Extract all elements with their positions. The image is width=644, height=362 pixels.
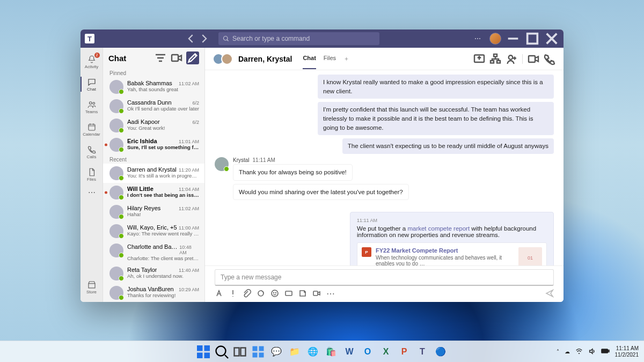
tray-chevron-up-icon[interactable]: ˄ bbox=[557, 349, 559, 354]
taskbar-app-viva[interactable]: 🔵 bbox=[433, 344, 449, 360]
chat-item[interactable]: Babak Shammas11:02 AMYah, that sounds gr… bbox=[103, 77, 204, 97]
taskbar-app-store[interactable]: 🛍️ bbox=[323, 344, 339, 360]
file-thumbnail: 01 bbox=[518, 247, 542, 265]
pinned-label: Pinned bbox=[103, 68, 204, 77]
more-compose-button[interactable]: ⋯ bbox=[326, 289, 335, 298]
priority-button[interactable] bbox=[229, 289, 237, 298]
svg-rect-6 bbox=[172, 55, 178, 61]
rail-activity[interactable]: 2 Activity bbox=[80, 51, 103, 72]
send-button[interactable] bbox=[545, 289, 554, 298]
tray-onedrive-icon[interactable]: ☁ bbox=[565, 349, 570, 354]
rail-calendar[interactable]: Calendar bbox=[80, 119, 103, 140]
rail-teams[interactable]: Teams bbox=[80, 96, 103, 117]
svg-point-14 bbox=[272, 290, 278, 297]
message-card: 11:11 AM We put together a market compet… bbox=[350, 212, 554, 265]
chat-item[interactable]: Darren and Krystal11:20 AMYou: It's stil… bbox=[103, 164, 204, 183]
rail-chat[interactable]: Chat bbox=[80, 73, 103, 95]
taskbar-app-explorer[interactable]: 📁 bbox=[287, 344, 303, 360]
chat-list-title: Chat bbox=[108, 54, 151, 63]
tray-wifi-icon[interactable] bbox=[575, 348, 583, 356]
teams-icon bbox=[87, 100, 97, 109]
taskbar-clock[interactable]: 11:11 AM 11/2/2021 bbox=[615, 345, 639, 358]
svg-rect-31 bbox=[608, 350, 609, 352]
taskbar-app-powerpoint[interactable]: P bbox=[396, 344, 412, 360]
taskbar-app-teams[interactable]: T bbox=[414, 344, 430, 360]
chat-item[interactable]: Cassandra Dunn6/2Ok I'll send an update … bbox=[103, 97, 204, 116]
chat-item[interactable]: Eric Ishida11:01 AMSure, I'll set up som… bbox=[103, 135, 204, 154]
tray-volume-icon[interactable] bbox=[588, 348, 596, 356]
tray-battery-icon[interactable] bbox=[601, 348, 610, 355]
svg-point-3 bbox=[92, 102, 94, 104]
message-list[interactable]: I know Krystal really wanted to make a g… bbox=[205, 70, 564, 265]
taskbar-search[interactable] bbox=[214, 344, 230, 360]
conversation-panel: Darren, Krystal Chat Files ＋ I know bbox=[205, 48, 564, 302]
chat-item[interactable]: Will, Kayo, Eric, +511:00 AMKayo: The re… bbox=[103, 221, 204, 241]
chat-item[interactable]: Will Little11:04 AMI don't see that bein… bbox=[103, 183, 204, 202]
chat-item[interactable]: Joshua VanBuren10:29 AMThanks for review… bbox=[103, 283, 204, 302]
rail-calls[interactable]: Calls bbox=[80, 141, 103, 162]
activity-badge: 2 bbox=[94, 53, 100, 58]
new-chat-button[interactable] bbox=[186, 51, 199, 64]
org-button[interactable] bbox=[489, 53, 502, 65]
filter-button[interactable] bbox=[154, 51, 167, 64]
svg-rect-12 bbox=[529, 56, 535, 62]
emoji-button[interactable] bbox=[270, 289, 279, 298]
window-maximize-button[interactable] bbox=[525, 31, 540, 46]
chat-item[interactable]: Hilary Reyes11:02 AMHaha! bbox=[103, 202, 204, 221]
schedule-button[interactable] bbox=[312, 289, 321, 298]
audio-call-button[interactable] bbox=[543, 53, 556, 65]
taskbar-app-word[interactable]: W bbox=[341, 344, 357, 360]
svg-point-23 bbox=[216, 346, 226, 356]
search-input[interactable]: Search or type a command bbox=[218, 32, 379, 45]
svg-rect-21 bbox=[197, 352, 203, 358]
add-people-button[interactable] bbox=[505, 53, 518, 65]
loop-button[interactable] bbox=[257, 289, 265, 298]
titlebar: T Search or type a command ⋯ bbox=[80, 29, 564, 48]
rail-more[interactable]: ⋯ bbox=[88, 188, 96, 197]
svg-rect-28 bbox=[253, 352, 258, 357]
svg-rect-22 bbox=[204, 352, 210, 358]
svg-rect-8 bbox=[494, 54, 497, 57]
taskbar-app-excel[interactable]: X bbox=[378, 344, 394, 360]
message-bubble: I'm pretty confident that this launch wi… bbox=[318, 102, 554, 135]
rail-files[interactable]: Files bbox=[80, 164, 103, 185]
chat-list-panel: Chat Pinned Babak Shammas11:02 AMYah, th… bbox=[103, 48, 205, 302]
start-button[interactable] bbox=[195, 344, 211, 360]
meet-now-button[interactable] bbox=[170, 51, 183, 64]
more-button[interactable]: ⋯ bbox=[470, 31, 485, 46]
chat-item[interactable]: Reta Taylor11:40 AMAh, ok I understand n… bbox=[103, 264, 204, 283]
tab-files[interactable]: Files bbox=[324, 48, 336, 69]
taskbar-app-chat[interactable]: 💬 bbox=[268, 344, 284, 360]
svg-rect-17 bbox=[286, 291, 292, 295]
taskbar-app-outlook[interactable]: O bbox=[360, 344, 376, 360]
taskbar-app-edge[interactable]: 🌐 bbox=[305, 344, 321, 360]
video-call-button[interactable] bbox=[527, 53, 540, 65]
sticker-button[interactable] bbox=[298, 289, 307, 298]
rail-store[interactable]: Store bbox=[80, 276, 103, 298]
share-screen-button[interactable] bbox=[473, 53, 486, 65]
chat-item[interactable]: Aadi Kapoor6/2You: Great work! bbox=[103, 116, 204, 135]
chat-item[interactable]: Charlotte and Babak10:48 AMCharlotte: Th… bbox=[103, 241, 204, 264]
compose-input[interactable]: Type a new message bbox=[215, 269, 554, 286]
svg-rect-9 bbox=[491, 61, 494, 63]
window-minimize-button[interactable] bbox=[506, 31, 521, 46]
nav-forward-button[interactable] bbox=[198, 33, 210, 45]
user-avatar[interactable] bbox=[489, 33, 501, 45]
svg-rect-29 bbox=[259, 352, 264, 357]
svg-rect-24 bbox=[235, 348, 239, 356]
attach-button[interactable] bbox=[243, 289, 251, 298]
nav-back-button[interactable] bbox=[185, 33, 197, 45]
widgets-button[interactable] bbox=[250, 344, 266, 360]
svg-rect-1 bbox=[528, 34, 538, 44]
file-attachment[interactable]: P FY22 Market Compete Report When techno… bbox=[357, 242, 547, 265]
format-button[interactable] bbox=[215, 289, 223, 298]
svg-rect-4 bbox=[89, 124, 95, 130]
link[interactable]: market compete report bbox=[407, 225, 470, 232]
task-view[interactable] bbox=[232, 344, 248, 360]
chat-icon bbox=[87, 77, 97, 87]
tab-chat[interactable]: Chat bbox=[303, 48, 316, 69]
calendar-icon bbox=[87, 122, 97, 132]
tab-add[interactable]: ＋ bbox=[343, 48, 349, 69]
window-close-button[interactable] bbox=[544, 31, 559, 46]
gif-button[interactable] bbox=[284, 289, 293, 298]
